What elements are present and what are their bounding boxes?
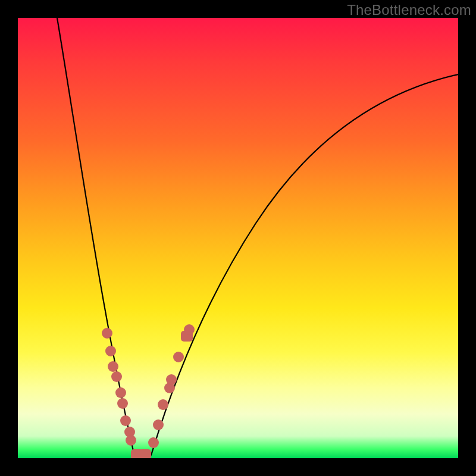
- data-marker: [158, 399, 168, 410]
- data-marker: [111, 371, 122, 382]
- data-marker: [173, 352, 184, 362]
- data-marker: [115, 387, 126, 398]
- watermark-text: TheBottleneck.com: [347, 2, 471, 18]
- curve-layer: [18, 18, 458, 458]
- data-marker: [117, 398, 128, 409]
- data-marker: [105, 346, 116, 356]
- data-marker: [139, 449, 151, 458]
- right-curve: [151, 74, 458, 455]
- chart-frame: TheBottleneck.com: [0, 0, 476, 476]
- data-marker: [148, 437, 159, 448]
- data-marker: [184, 324, 195, 335]
- left-curve: [57, 18, 151, 458]
- plot-area: [18, 18, 458, 458]
- data-marker: [166, 374, 177, 385]
- data-marker: [108, 361, 118, 372]
- data-marker: [126, 435, 136, 446]
- data-marker: [102, 328, 112, 339]
- data-marker: [153, 419, 164, 430]
- data-marker: [120, 415, 131, 426]
